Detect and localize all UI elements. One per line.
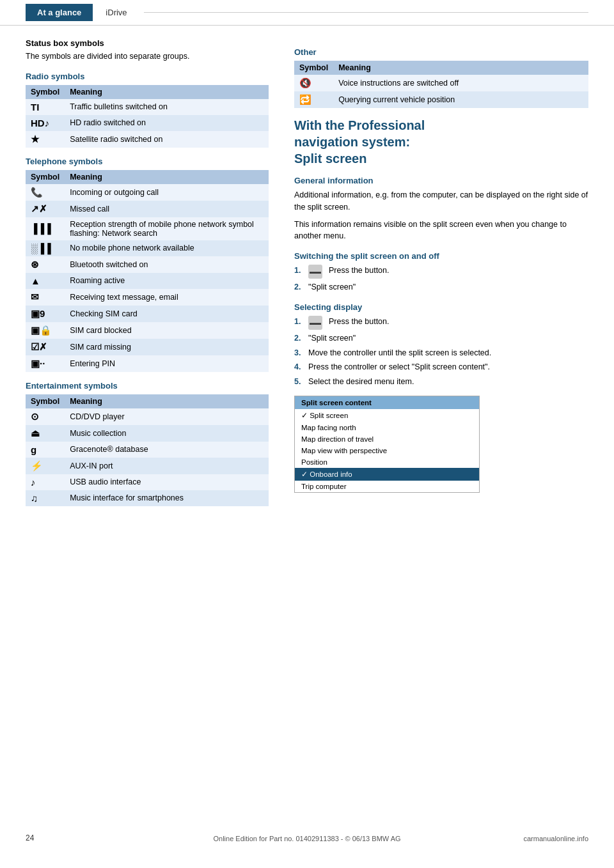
- other-table: Symbol Meaning 🔇Voice instructions are s…: [294, 61, 588, 108]
- symbol-cell: 🔇: [294, 75, 333, 91]
- meaning-cell: SIM card blocked: [65, 322, 269, 339]
- meaning-cell: SIM card missing: [65, 339, 269, 355]
- radio-col2-header: Meaning: [65, 85, 269, 99]
- meaning-cell: Reception strength of mobile phone netwo…: [65, 217, 269, 240]
- entertainment-table: Symbol Meaning ⊙CD/DVD player⏏Music coll…: [26, 394, 269, 506]
- symbol-cell: ♫: [26, 490, 65, 506]
- telephone-section-title: Telephone symbols: [26, 157, 269, 166]
- step-number: 2.: [294, 281, 304, 293]
- left-column: Status box symbols The symbols are divid…: [26, 38, 269, 515]
- symbol-cell: ▐▐▐: [26, 217, 65, 240]
- meaning-cell: Satellite radio switched on: [65, 131, 269, 148]
- step-number: 3.: [294, 347, 304, 359]
- step-text: "Split screen": [308, 281, 356, 293]
- general-info-title: General information: [294, 176, 588, 185]
- meaning-cell: Music interface for smartphones: [65, 490, 269, 506]
- general-info-p1: Additional information, e.g. from the co…: [294, 189, 588, 213]
- step-text: Move the controller until the split scre…: [308, 347, 491, 359]
- step-text: "Split screen": [308, 332, 356, 345]
- step-text: Press the button.: [329, 316, 390, 328]
- step-number: 2.: [294, 332, 304, 345]
- symbol-cell: 📞: [26, 184, 65, 201]
- table-row: ▣9Checking SIM card: [26, 306, 269, 322]
- list-item: 3.Move the controller until the split sc…: [294, 347, 588, 359]
- tab-at-a-glance[interactable]: At a glance: [26, 4, 93, 21]
- other-section-title: Other: [294, 47, 588, 57]
- status-box-desc: The symbols are divided into separate gr…: [26, 50, 269, 63]
- meaning-cell: CD/DVD player: [65, 408, 269, 425]
- meaning-cell: Bluetooth switched on: [65, 256, 269, 273]
- split-screen-box: Split screen content✓ Split screenMap fa…: [294, 396, 480, 493]
- table-row: HD♪HD radio switched on: [26, 115, 269, 131]
- meaning-cell: Gracenote® database: [65, 442, 269, 458]
- list-item: Map view with perspective: [295, 445, 479, 456]
- symbol-cell: ☑✗: [26, 339, 65, 355]
- table-row: ↗✗Missed call: [26, 201, 269, 217]
- symbol-cell: ↗✗: [26, 201, 65, 217]
- symbol-cell: ░▐▐: [26, 240, 65, 256]
- symbol-cell: TI: [26, 99, 65, 115]
- list-item: 2."Split screen": [294, 332, 588, 345]
- radio-table: Symbol Meaning TITraffic bulletins switc…: [26, 85, 269, 148]
- list-item: ✓ Onboard info: [295, 468, 479, 481]
- content-area: Status box symbols The symbols are divid…: [0, 38, 614, 515]
- table-row: 🔁Querying current vehicle position: [294, 91, 588, 108]
- meaning-cell: Voice instructions are switched off: [333, 75, 588, 91]
- table-row: ⚡AUX-IN port: [26, 458, 269, 474]
- list-item: Map direction of travel: [295, 433, 479, 445]
- meaning-cell: HD radio switched on: [65, 115, 269, 131]
- list-item: 1.▬▬Press the button.: [294, 316, 588, 330]
- meaning-cell: Traffic bulletins switched on: [65, 99, 269, 115]
- other-col1-header: Symbol: [294, 61, 333, 75]
- symbol-cell: ▣🔒: [26, 322, 65, 339]
- big-section-title: With the Professional navigation system:…: [294, 117, 588, 167]
- step-number: 1.: [294, 265, 304, 277]
- button-icon: ▬▬: [308, 265, 322, 279]
- table-row: ★Satellite radio switched on: [26, 131, 269, 148]
- header-bar: At a glance iDrive: [0, 0, 614, 26]
- meaning-cell: Music collection: [65, 425, 269, 442]
- button-icon: ▬▬: [308, 316, 322, 330]
- list-item: 1.▬▬Press the button.: [294, 265, 588, 279]
- symbol-cell: ⊙: [26, 408, 65, 425]
- tel-col2-header: Meaning: [65, 170, 269, 184]
- general-info-p2: This information remains visible on the …: [294, 219, 588, 243]
- selecting-steps-list: 1.▬▬Press the button.2."Split screen"3.M…: [294, 316, 588, 388]
- meaning-cell: Receiving text message, email: [65, 289, 269, 306]
- list-item: 2."Split screen": [294, 281, 588, 293]
- step-text: Press the button.: [329, 265, 390, 277]
- symbol-cell: ★: [26, 131, 65, 148]
- table-row: gGracenote® database: [26, 442, 269, 458]
- table-row: 🔇Voice instructions are switched off: [294, 75, 588, 91]
- meaning-cell: Entering PIN: [65, 355, 269, 372]
- radio-section-title: Radio symbols: [26, 72, 269, 81]
- step-number: 4.: [294, 361, 304, 373]
- table-row: TITraffic bulletins switched on: [26, 99, 269, 115]
- symbol-cell: ✉: [26, 289, 65, 306]
- other-col2-header: Meaning: [333, 61, 588, 75]
- table-row: ⊛Bluetooth switched on: [26, 256, 269, 273]
- table-row: ✉Receiving text message, email: [26, 289, 269, 306]
- symbol-cell: ⚡: [26, 458, 65, 474]
- table-row: ▲Roaming active: [26, 273, 269, 289]
- symbol-cell: ▣··: [26, 355, 65, 372]
- tab-idrive[interactable]: iDrive: [94, 4, 138, 21]
- page-number: 24: [26, 833, 34, 842]
- table-row: ♪USB audio interface: [26, 474, 269, 490]
- list-item: 4.Press the controller or select "Split …: [294, 361, 588, 373]
- meaning-cell: Checking SIM card: [65, 306, 269, 322]
- symbol-cell: ⊛: [26, 256, 65, 273]
- tel-col1-header: Symbol: [26, 170, 65, 184]
- list-item: ✓ Split screen: [295, 409, 479, 422]
- meaning-cell: AUX-IN port: [65, 458, 269, 474]
- table-row: ⏏Music collection: [26, 425, 269, 442]
- switching-title: Switching the split screen on and off: [294, 251, 588, 261]
- meaning-cell: Incoming or outgoing call: [65, 184, 269, 201]
- table-row: 📞Incoming or outgoing call: [26, 184, 269, 201]
- page-container: At a glance iDrive Status box symbols Th…: [0, 0, 614, 868]
- list-item: 5.Select the desired menu item.: [294, 376, 588, 388]
- table-row: ⊙CD/DVD player: [26, 408, 269, 425]
- table-row: ▐▐▐Reception strength of mobile phone ne…: [26, 217, 269, 240]
- meaning-cell: Querying current vehicle position: [333, 91, 588, 108]
- right-column: Other Symbol Meaning 🔇Voice instructions…: [288, 38, 588, 515]
